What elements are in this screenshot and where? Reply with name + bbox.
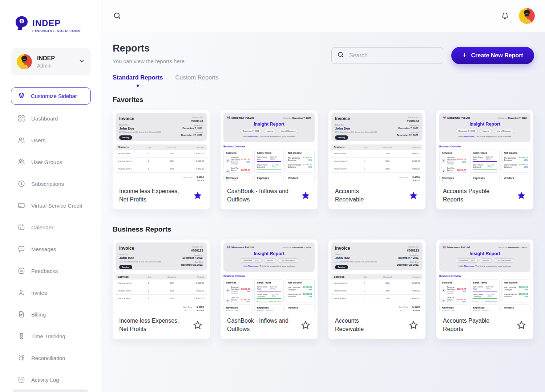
manomax-logo-icon	[443, 116, 446, 120]
report-title: Accounts Payable Reports	[443, 317, 489, 333]
favorites-grid: Invoice Billed To: John Doe 2072 Westhei…	[113, 110, 534, 209]
sidebar-item-billing[interactable]: Billing	[0, 303, 101, 325]
favorite-star-outline-icon[interactable]	[516, 319, 527, 330]
insight-thumbnail: Manomax Pvt.Ltd Issued on: December 7, 2…	[223, 242, 315, 314]
mini-card-services: Services ▣Personal Tax ReturnBusiness Ca…	[439, 150, 468, 173]
sidebar-item-label: Users	[31, 137, 45, 143]
status-badge: Pending	[335, 265, 348, 269]
user-groups-icon	[17, 158, 25, 166]
report-card[interactable]: Manomax Pvt.Ltd Issued on: December 7, 2…	[436, 240, 533, 339]
inactive-tab-dot	[196, 85, 198, 87]
brand-tagline: FINANCIAL SOLUTIONS	[32, 29, 81, 33]
sidebar-item-subscriptions[interactable]: $ Subscriptions	[0, 173, 101, 195]
business-reports-heading: Business Reports	[113, 225, 534, 233]
sidebar-item-messages[interactable]: Messages	[0, 238, 101, 260]
favorites-heading: Favorites	[113, 96, 534, 104]
mini-card-net-income: Net Income The Corporate Employee$1205.2…	[501, 279, 530, 302]
report-title: Income less Expenses, Net Profits	[119, 187, 179, 204]
sidebar-item-label: Dashboard	[31, 115, 58, 122]
favorite-star-filled-icon[interactable]	[408, 190, 419, 201]
activity-icon	[17, 376, 25, 384]
top-bar	[101, 0, 545, 32]
insight-thumbnail: Manomax Pvt.Ltd Issued on: December 7, 2…	[223, 113, 315, 185]
customize-sidebar-button[interactable]: Customize Sidebar	[11, 87, 91, 105]
report-title: Accounts Receivable	[335, 317, 364, 333]
mini-card-services: Services ▣Personal Tax ReturnBusiness Ca…	[223, 150, 253, 173]
sidebar-item-dashboard[interactable]: Dashboard	[0, 107, 101, 129]
status-badge: Pending	[119, 135, 132, 140]
sidebar-item-label: User Groups	[31, 159, 62, 165]
reports-search-box[interactable]	[331, 47, 443, 64]
brand-logo: $ INDEP FINANCIAL SOLUTIONS	[13, 15, 101, 36]
sidebar-item-feedbacks[interactable]: Feedbacks	[0, 260, 101, 282]
sidebar-item-users[interactable]: Users	[0, 129, 101, 151]
sidebar-item-label: Time Tracking	[31, 333, 65, 339]
sidebar-item-label: Billing	[31, 311, 46, 318]
search-icon	[337, 51, 345, 60]
sidebar-item-virtual-service-credit[interactable]: Virtual Service Credit	[0, 195, 101, 216]
sidebar-item-label: Messages	[31, 246, 56, 252]
global-search-icon[interactable]	[113, 11, 122, 21]
notifications-bell-icon[interactable]	[501, 11, 509, 21]
insight-thumbnail: Manomax Pvt.Ltd Issued on: December 7, 2…	[439, 113, 530, 185]
app-root: $ INDEP FINANCIAL SOLUTIONS	[0, 0, 545, 392]
plus-icon: +	[462, 51, 467, 60]
invoice-thumbnail: Invoice Billed To: John Doe 2072 Westhei…	[116, 113, 207, 185]
brand-name: INDEP	[32, 18, 81, 28]
report-card[interactable]: Manomax Pvt.Ltd Issued on: December 7, 2…	[221, 110, 318, 209]
customize-sidebar-label: Customize Sidebar	[31, 93, 77, 99]
search-input[interactable]	[349, 52, 429, 59]
feedback-icon	[17, 267, 25, 275]
report-card[interactable]: Invoice Billed To: John Doe 2072 Westhei…	[328, 240, 425, 339]
chat-icon	[17, 245, 25, 253]
report-title: Accounts Payable Reports	[443, 187, 489, 204]
dollar-circle-icon: $	[17, 180, 25, 188]
grid-icon	[17, 114, 25, 122]
report-tabs: Standard Reports Custom Reports	[113, 74, 534, 87]
workspace-avatar	[17, 54, 32, 69]
sidebar-nav: Dashboard Users User Groups $ Subscripti…	[0, 107, 101, 391]
users-icon	[17, 136, 25, 144]
sidebar-item-invites[interactable]: Invites	[0, 282, 101, 303]
favorite-star-filled-icon[interactable]	[516, 190, 527, 201]
report-card[interactable]: Manomax Pvt.Ltd Issued on: December 7, 2…	[221, 240, 318, 339]
mini-card-services: Services ▣Personal Tax ReturnBusiness Ca…	[223, 279, 253, 302]
report-card[interactable]: Invoice Billed To: John Doe 2072 Westhei…	[328, 110, 425, 209]
svg-text:$: $	[20, 182, 22, 185]
sidebar-item-user-groups[interactable]: User Groups	[0, 151, 101, 173]
manomax-logo-icon	[227, 245, 230, 249]
create-new-report-button[interactable]: + Create New Report	[451, 47, 534, 64]
tab-standard-reports[interactable]: Standard Reports	[113, 74, 163, 87]
tab-custom-reports[interactable]: Custom Reports	[175, 74, 218, 87]
favorite-star-filled-icon[interactable]	[300, 190, 311, 201]
mini-card-sales-taxes: Sales Taxes Sales Taxes Paid$137,456 (80…	[470, 279, 499, 302]
mini-card-sales-taxes: Sales Taxes Sales Taxes Paid$137,456 (80…	[470, 150, 499, 173]
sidebar-item-label: Reconciliation	[31, 355, 65, 361]
sidebar-item-label: Virtual Service Credit	[31, 203, 82, 209]
mini-card-sales-taxes: Sales Taxes Sales Taxes Paid$137,456 (80…	[254, 150, 283, 173]
report-card[interactable]: Invoice Billed To: John Doe 2072 Westhei…	[113, 110, 210, 209]
report-title: CashBook - Inflows and Outflows	[227, 317, 288, 333]
favorite-star-outline-icon[interactable]	[408, 319, 419, 330]
report-card[interactable]: Manomax Pvt.Ltd Issued on: December 7, 2…	[436, 110, 533, 209]
sidebar-item-calender[interactable]: Calender	[0, 216, 101, 238]
sidebar-item-reconciliation[interactable]: Reconciliation	[0, 347, 101, 369]
user-avatar[interactable]	[519, 8, 535, 24]
favorite-star-outline-icon[interactable]	[192, 319, 203, 330]
workspace-role: Admin	[37, 63, 73, 69]
report-card[interactable]: Invoice Billed To: John Doe 2072 Westhei…	[113, 240, 210, 339]
favorite-star-filled-icon[interactable]	[192, 190, 203, 201]
active-tab-dot	[137, 85, 139, 87]
sidebar-item-activity-log[interactable]: Activity Log	[0, 369, 101, 391]
sidebar-item-time-tracking[interactable]: Time Tracking	[0, 325, 101, 347]
favorite-star-outline-icon[interactable]	[300, 319, 311, 330]
workspace-switcher[interactable]: INDEP Admin	[11, 48, 91, 75]
document-icon	[17, 310, 25, 318]
mini-card-net-income: Net Income The Corporate Employee$1205.2…	[286, 279, 315, 302]
main-area: Reports You can view the reports here + …	[101, 0, 545, 392]
mini-card-services: Services ▣Personal Tax ReturnBusiness Ca…	[439, 279, 468, 302]
sidebar-bottom-stub	[13, 389, 88, 392]
report-title: Accounts Receivable	[335, 187, 364, 204]
sidebar-item-label: Feedbacks	[31, 268, 58, 274]
mini-card-sales-taxes: Sales Taxes Sales Taxes Paid$137,456 (80…	[254, 279, 283, 302]
